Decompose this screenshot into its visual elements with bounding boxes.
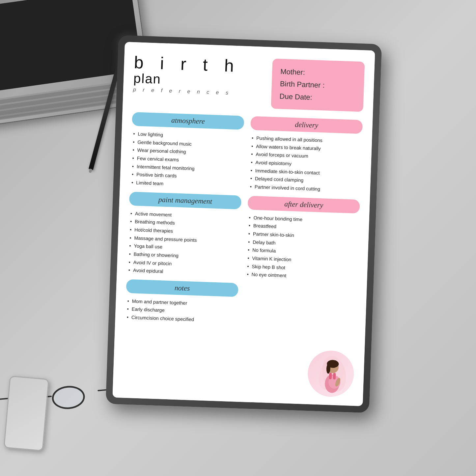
notes-header: notes bbox=[126, 279, 238, 297]
atmosphere-header: atmosphere bbox=[132, 112, 244, 130]
document-header: b i r t h plan p r e f e r e n c e s Mot… bbox=[133, 54, 365, 112]
phone-device bbox=[4, 376, 49, 451]
tablet: b i r t h plan p r e f e r e n c e s Mot… bbox=[106, 35, 382, 413]
pain-management-section: paint management Active movement Breathi… bbox=[126, 191, 241, 278]
info-box: Mother: Birth Partner : Due Date: bbox=[271, 59, 365, 112]
notes-section: notes Mom and partner together Early dis… bbox=[125, 279, 238, 325]
right-column: delivery Pushing allowed in all position… bbox=[243, 116, 363, 329]
delivery-section: delivery Pushing allowed in all position… bbox=[248, 116, 363, 195]
due-label: Due Date: bbox=[279, 90, 355, 105]
svg-rect-13 bbox=[333, 373, 336, 379]
pain-management-header: paint management bbox=[129, 191, 241, 209]
pregnant-woman-illustration bbox=[307, 350, 355, 398]
notes-list: Mom and partner together Early discharge… bbox=[125, 297, 238, 325]
atmosphere-list: Low lighting Gentle background music Wea… bbox=[130, 130, 244, 190]
left-column: atmosphere Low lighting Gentle backgroun… bbox=[125, 112, 244, 325]
svg-rect-12 bbox=[329, 373, 332, 379]
delivery-header: delivery bbox=[250, 116, 363, 134]
after-delivery-list: One-hour bonding time Breastfeed Partner… bbox=[245, 213, 359, 282]
after-delivery-section: after delivery One-hour bonding time Bre… bbox=[245, 196, 360, 282]
delivery-list: Pushing allowed in all positions Allow w… bbox=[248, 134, 362, 195]
atmosphere-section: atmosphere Low lighting Gentle backgroun… bbox=[130, 112, 244, 190]
title-section: b i r t h plan p r e f e r e n c e s bbox=[133, 54, 266, 97]
pain-management-list: Active movement Breathing methods Hot/co… bbox=[126, 209, 241, 278]
after-delivery-header: after delivery bbox=[248, 196, 360, 213]
main-content: atmosphere Low lighting Gentle backgroun… bbox=[125, 112, 363, 329]
birth-plan-document: b i r t h plan p r e f e r e n c e s Mot… bbox=[112, 42, 375, 406]
